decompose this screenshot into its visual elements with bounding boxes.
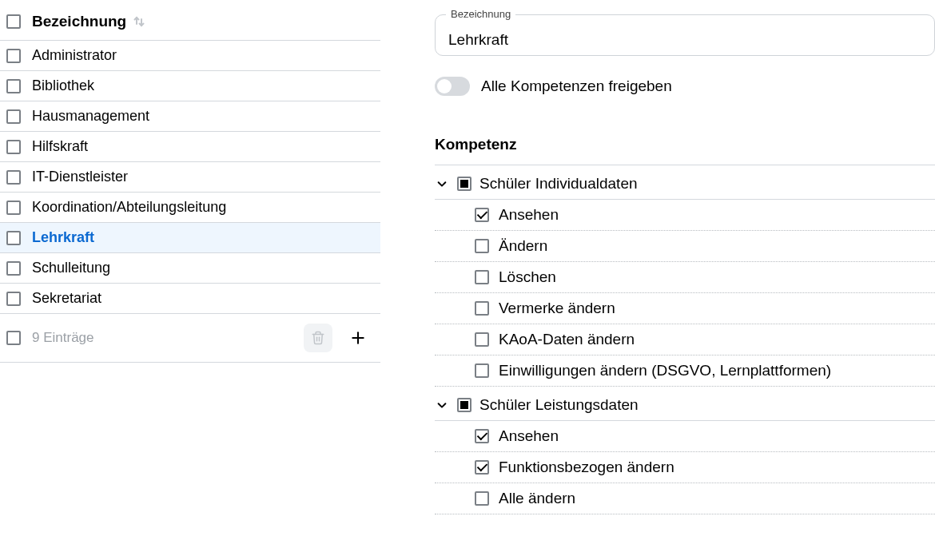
list-item-label: Hausmanagement: [32, 108, 372, 125]
item-checkbox[interactable]: [475, 239, 489, 253]
list-item[interactable]: Lehrkraft: [0, 223, 380, 253]
group-label: Schüler Individualdaten: [479, 175, 638, 193]
tree-item-label: KAoA-Daten ändern: [499, 331, 635, 348]
field-label: Bezeichnung: [446, 8, 515, 20]
add-button[interactable]: [344, 324, 372, 352]
row-checkbox[interactable]: [6, 201, 21, 215]
list-item[interactable]: Administrator: [0, 41, 380, 71]
row-checkbox[interactable]: [6, 231, 21, 245]
row-checkbox[interactable]: [6, 261, 21, 276]
tree-item-label: Ändern: [499, 237, 547, 255]
row-checkbox[interactable]: [6, 79, 21, 93]
tree-item[interactable]: Alle ändern: [435, 483, 935, 514]
tree-item[interactable]: Funktionsbezogen ändern: [435, 452, 935, 483]
toggle-label: Alle Kompetenzen freigeben: [481, 77, 672, 95]
list-footer: 9 Einträge: [0, 314, 380, 363]
select-all-checkbox[interactable]: [6, 14, 21, 29]
list-item[interactable]: Schulleitung: [0, 253, 380, 284]
entry-count: 9 Einträge: [32, 330, 292, 346]
list-header-title: Bezeichnung: [32, 13, 126, 30]
tree-item[interactable]: Ansehen: [435, 200, 935, 231]
item-checkbox[interactable]: [475, 363, 489, 378]
item-checkbox[interactable]: [475, 429, 489, 443]
list-item[interactable]: Hilfskraft: [0, 132, 380, 162]
list-item[interactable]: IT-Dienstleister: [0, 162, 380, 193]
chevron-down-icon[interactable]: [435, 178, 449, 189]
row-checkbox[interactable]: [6, 109, 21, 124]
tree-item-label: Ansehen: [499, 206, 559, 224]
footer-checkbox[interactable]: [6, 331, 21, 345]
group-checkbox[interactable]: [457, 177, 471, 191]
kompetenz-heading: Kompetenz: [435, 136, 935, 165]
list-item-label: Sekretariat: [32, 290, 372, 307]
item-checkbox[interactable]: [475, 301, 489, 316]
freigeben-toggle[interactable]: [435, 77, 470, 96]
tree-item[interactable]: Vermerke ändern: [435, 293, 935, 324]
tree-item-label: Vermerke ändern: [499, 300, 615, 317]
list-item-label: IT-Dienstleister: [32, 169, 372, 185]
group-label: Schüler Leistungsdaten: [479, 396, 639, 414]
tree-item-label: Ansehen: [499, 427, 559, 445]
list-item[interactable]: Koordination/Abteilungsleitung: [0, 193, 380, 223]
item-checkbox[interactable]: [475, 460, 489, 475]
list-item-label: Administrator: [32, 47, 372, 64]
row-checkbox[interactable]: [6, 49, 21, 63]
tree-item[interactable]: Ändern: [435, 231, 935, 262]
list-header: Bezeichnung: [0, 0, 380, 41]
tree-item[interactable]: Einwilligungen ändern (DSGVO, Lernplattf…: [435, 355, 935, 387]
list-item[interactable]: Sekretariat: [0, 284, 380, 314]
row-checkbox[interactable]: [6, 140, 21, 154]
group-checkbox[interactable]: [457, 398, 471, 412]
bezeichnung-field[interactable]: [435, 14, 935, 56]
list-item[interactable]: Hausmanagement: [0, 101, 380, 132]
list-item-label: Hilfskraft: [32, 138, 372, 155]
item-checkbox[interactable]: [475, 491, 489, 506]
tree-item-label: Alle ändern: [499, 490, 575, 507]
list-item-label: Koordination/Abteilungsleitung: [32, 199, 372, 216]
tree-item[interactable]: KAoA-Daten ändern: [435, 324, 935, 355]
chevron-down-icon[interactable]: [435, 399, 449, 411]
row-checkbox[interactable]: [6, 292, 21, 306]
tree-group-header[interactable]: Schüler Individualdaten: [435, 165, 935, 200]
tree-item[interactable]: Löschen: [435, 262, 935, 293]
tree-item-label: Funktionsbezogen ändern: [499, 459, 674, 476]
sort-icon[interactable]: [133, 15, 145, 28]
list-item-label: Schulleitung: [32, 260, 372, 276]
row-checkbox[interactable]: [6, 170, 21, 185]
list-item[interactable]: Bibliothek: [0, 71, 380, 101]
delete-button[interactable]: [304, 324, 332, 352]
tree-item-label: Löschen: [499, 268, 556, 286]
item-checkbox[interactable]: [475, 270, 489, 284]
tree-item-label: Einwilligungen ändern (DSGVO, Lernplattf…: [499, 362, 831, 379]
item-checkbox[interactable]: [475, 208, 489, 222]
item-checkbox[interactable]: [475, 332, 489, 347]
tree-group-header[interactable]: Schüler Leistungsdaten: [435, 387, 935, 421]
list-item-label: Lehrkraft: [32, 229, 372, 246]
list-item-label: Bibliothek: [32, 77, 372, 94]
tree-item[interactable]: Ansehen: [435, 421, 935, 452]
